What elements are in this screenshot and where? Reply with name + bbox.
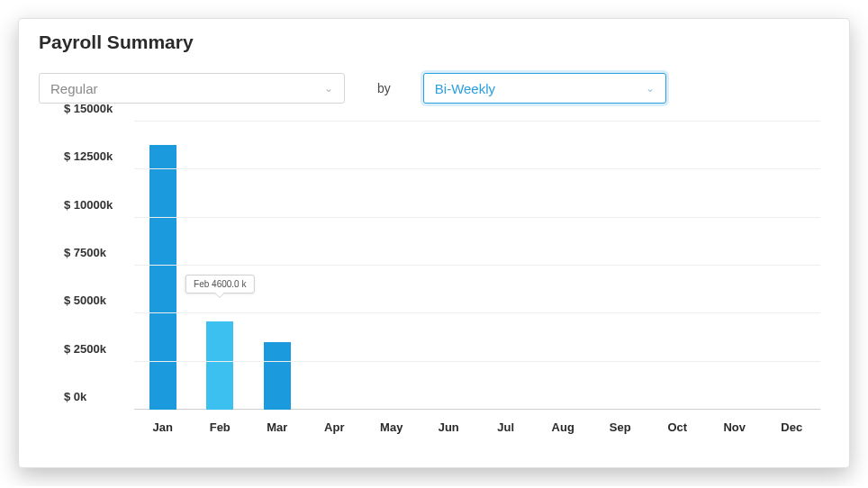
bar-mar[interactable] (264, 342, 291, 410)
y-tick-label: $ 7500k (64, 246, 127, 259)
by-label: by (377, 81, 391, 95)
bar-slot (535, 122, 592, 410)
x-tick-label: Jun (420, 415, 478, 437)
payroll-summary-card: Payroll Summary Regular ⌄ by Bi-Weekly ⌄… (18, 18, 850, 468)
x-labels: JanFebMarAprMayJunJulAugSepOctNovDec (134, 415, 820, 437)
gridline (134, 121, 820, 122)
gridline (134, 312, 820, 313)
controls-row: Regular ⌄ by Bi-Weekly ⌄ (39, 73, 829, 104)
x-tick-label: May (363, 415, 420, 437)
plot-area: Feb 4600.0 k (134, 122, 820, 410)
bar-slot (363, 122, 420, 410)
y-tick-label: $ 10000k (64, 197, 127, 211)
period-select[interactable]: Bi-Weekly ⌄ (423, 73, 666, 104)
gridline (134, 217, 820, 218)
chevron-down-icon: ⌄ (646, 82, 655, 95)
bar-slot (706, 122, 764, 410)
x-tick-label: Aug (535, 415, 592, 437)
page-title: Payroll Summary (39, 32, 829, 53)
type-select-value: Regular (50, 81, 98, 96)
y-tick-label: $ 15000k (64, 102, 127, 115)
x-tick-label: Sep (592, 415, 649, 437)
x-tick-label: Dec (764, 415, 821, 437)
chevron-down-icon: ⌄ (324, 82, 333, 95)
bar-slot (764, 122, 821, 410)
x-tick-label: Jul (477, 415, 535, 437)
x-tick-label: Jan (134, 415, 192, 437)
gridline (134, 361, 820, 362)
tooltip: Feb 4600.0 k (185, 275, 254, 294)
bar-slot (649, 122, 707, 410)
x-tick-label: Oct (649, 415, 707, 437)
gridline (134, 265, 820, 266)
x-tick-label: Nov (706, 415, 764, 437)
bar-slot: Feb 4600.0 k (192, 122, 249, 410)
y-tick-label: $ 2500k (64, 341, 127, 355)
bar-slot (477, 122, 535, 410)
bar-slot (592, 122, 649, 410)
type-select[interactable]: Regular ⌄ (39, 73, 345, 104)
x-tick-label: Mar (249, 415, 306, 437)
period-select-value: Bi-Weekly (435, 81, 495, 96)
bar-slot (420, 122, 478, 410)
y-tick-label: $ 12500k (64, 149, 127, 163)
bar-feb[interactable] (206, 321, 233, 410)
x-tick-label: Feb (192, 415, 249, 437)
x-tick-label: Apr (306, 415, 364, 437)
bar-jan[interactable] (149, 145, 176, 410)
y-tick-label: $ 0k (64, 390, 127, 403)
bar-slot (134, 122, 192, 410)
gridline (134, 168, 820, 169)
bar-chart: Feb 4600.0 k JanFebMarAprMayJunJulAugSep… (64, 122, 829, 437)
y-tick-label: $ 5000k (64, 294, 127, 307)
bars-container: Feb 4600.0 k (134, 122, 820, 410)
bar-slot (249, 122, 306, 410)
bar-slot (306, 122, 364, 410)
